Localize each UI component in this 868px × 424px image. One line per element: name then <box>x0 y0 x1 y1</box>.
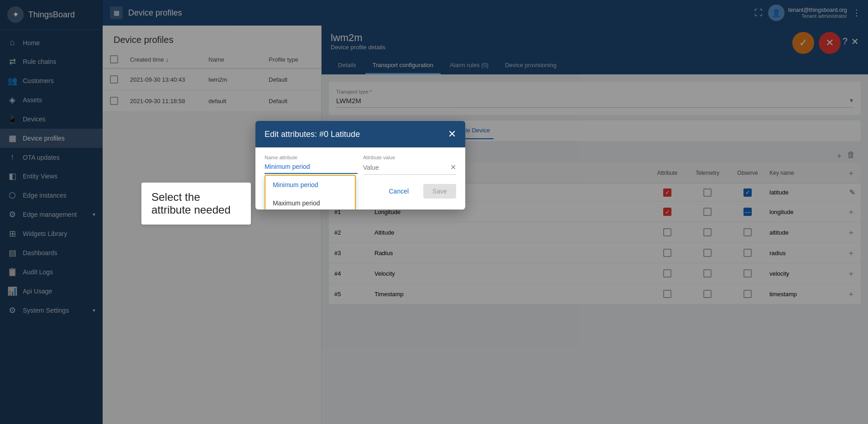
modal-save-button[interactable]: Save <box>423 184 456 199</box>
modal-overlay: Select the attribute needed Edit attribu… <box>0 0 868 424</box>
edit-attributes-modal: Edit attributes: #0 Latitude ✕ Name attr… <box>255 121 465 209</box>
modal-title: Edit attributes: #0 Latitude <box>265 130 360 139</box>
clear-value-button[interactable]: ✕ <box>450 163 456 172</box>
modal-header: Edit attributes: #0 Latitude ✕ <box>255 121 465 147</box>
dropdown-item-min-period[interactable]: Minimum period <box>265 176 355 194</box>
name-attribute-field[interactable]: Minimum period <box>265 163 358 174</box>
attribute-value-field-wrapper: ✕ <box>363 163 456 175</box>
callout-box: Select the attribute needed <box>141 183 251 225</box>
dropdown-item-max-period[interactable]: Maximum period <box>265 194 355 209</box>
modal-form-row: Name attribute Minimum period Minimum pe… <box>265 155 456 175</box>
callout-text: Select the attribute needed <box>151 191 230 216</box>
name-attribute-label: Name attribute <box>265 155 358 160</box>
name-attribute-group: Name attribute Minimum period Minimum pe… <box>265 155 358 175</box>
modal-close-button[interactable]: ✕ <box>448 128 456 140</box>
selected-attribute-value: Minimum period <box>265 163 358 170</box>
modal-body: Name attribute Minimum period Minimum pe… <box>255 147 465 209</box>
attribute-value-input[interactable] <box>363 164 450 171</box>
attribute-dropdown: Minimum period Maximum period Greater th… <box>265 175 356 209</box>
attribute-value-group: Attribute value ✕ <box>363 155 456 175</box>
modal-cancel-button[interactable]: Cancel <box>379 184 418 199</box>
attribute-value-label: Attribute value <box>363 155 456 160</box>
